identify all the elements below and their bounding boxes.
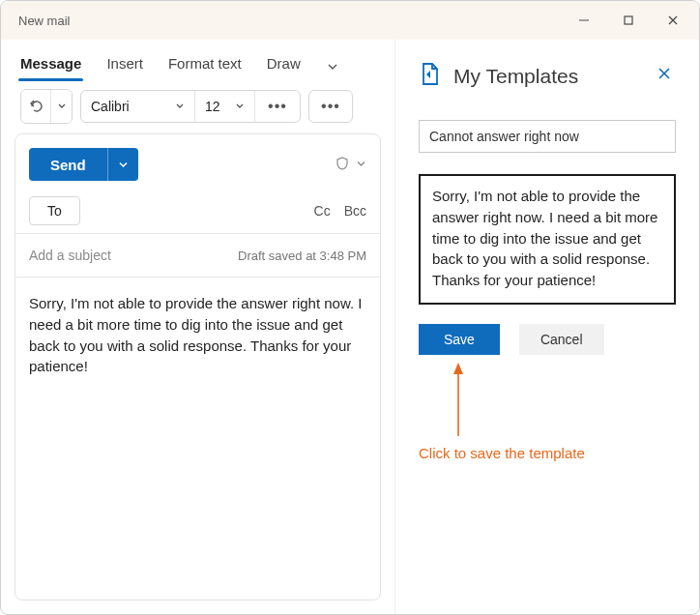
tab-insert[interactable]: Insert (106, 51, 143, 81)
tab-draw[interactable]: Draw (267, 51, 301, 81)
email-body[interactable]: Sorry, I'm not able to provide the answe… (15, 278, 380, 393)
send-split-button[interactable]: Send (29, 148, 138, 181)
send-button[interactable]: Send (29, 148, 107, 181)
font-size-value: 12 (205, 99, 220, 114)
window-title: New mail (18, 14, 562, 28)
undo-dropdown[interactable] (50, 90, 72, 123)
undo-split-button[interactable] (20, 89, 73, 124)
svg-marker-8 (453, 363, 463, 374)
draft-status: Draft saved at 3:48 PM (238, 249, 366, 263)
dots-icon: ••• (321, 98, 340, 115)
tabs-overflow-button[interactable] (326, 60, 339, 73)
window-controls (562, 1, 695, 40)
my-templates-pane: My Templates Sorry, I'm not able to prov… (395, 40, 699, 614)
undo-icon[interactable] (21, 90, 50, 123)
font-group: Calibri 12 ••• (80, 90, 301, 123)
font-size-select[interactable]: 12 (195, 91, 255, 122)
chevron-down-icon (175, 102, 185, 111)
close-pane-button[interactable] (653, 62, 676, 90)
annotation-arrow-icon (451, 361, 676, 441)
dots-icon: ••• (268, 98, 287, 115)
chevron-down-icon[interactable] (356, 157, 366, 172)
titlebar: New mail (1, 1, 699, 40)
template-body-input[interactable]: Sorry, I'm not able to provide the answe… (419, 174, 676, 305)
template-name-input[interactable] (419, 120, 676, 153)
save-button[interactable]: Save (419, 324, 500, 355)
compose-pane: Message Insert Format text Draw (1, 40, 395, 614)
chevron-down-icon (235, 102, 245, 111)
templates-pane-title: My Templates (453, 65, 641, 88)
maximize-button[interactable] (606, 1, 651, 40)
compose-card: Send To (15, 133, 381, 600)
cancel-button[interactable]: Cancel (519, 324, 604, 355)
minimize-button[interactable] (562, 1, 606, 40)
svg-rect-1 (625, 16, 632, 24)
tab-message[interactable]: Message (20, 51, 81, 81)
font-name-select[interactable]: Calibri (81, 91, 195, 122)
svg-marker-4 (426, 71, 430, 78)
annotation-text: Click to save the template (419, 445, 676, 461)
to-field-button[interactable]: To (29, 196, 80, 225)
shield-icon[interactable] (335, 156, 350, 174)
new-mail-window: New mail Message Insert Format text Draw (0, 0, 700, 615)
format-more-button[interactable]: ••• (255, 91, 300, 122)
ribbon-tabs: Message Insert Format text Draw (1, 40, 394, 81)
send-options-dropdown[interactable] (107, 148, 138, 181)
templates-icon (419, 61, 442, 91)
font-name-value: Calibri (91, 99, 130, 114)
tab-format-text[interactable]: Format text (168, 51, 242, 81)
subject-input[interactable]: Add a subject (29, 248, 238, 263)
bcc-button[interactable]: Bcc (344, 203, 366, 219)
cc-button[interactable]: Cc (314, 203, 331, 219)
toolbar-more-button[interactable]: ••• (308, 90, 353, 123)
close-window-button[interactable] (651, 1, 695, 40)
format-toolbar: Calibri 12 ••• ••• (1, 81, 394, 133)
